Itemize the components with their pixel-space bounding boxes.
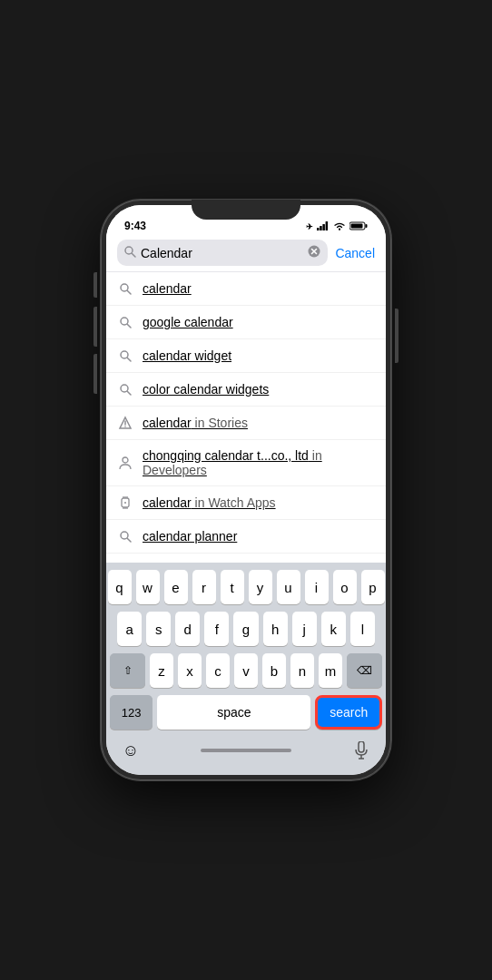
search-icon bbox=[117, 348, 133, 364]
key-n[interactable]: n bbox=[290, 653, 314, 688]
search-mag-icon bbox=[124, 246, 136, 260]
suggestion-text: calendar widget bbox=[143, 348, 231, 363]
key-l[interactable]: l bbox=[350, 612, 375, 646]
volume-down-button[interactable] bbox=[93, 354, 97, 394]
key-o[interactable]: o bbox=[333, 570, 357, 604]
key-q[interactable]: q bbox=[108, 570, 132, 604]
key-f[interactable]: f bbox=[204, 612, 229, 646]
keyboard-row-1: q w e r t y u i o p bbox=[110, 570, 382, 604]
svg-rect-6 bbox=[366, 224, 368, 228]
status-icons: ✈ bbox=[306, 221, 368, 232]
key-t[interactable]: t bbox=[221, 570, 244, 604]
suggestion-text: google calendar bbox=[143, 315, 233, 329]
power-button[interactable] bbox=[395, 309, 399, 363]
list-item[interactable]: color calendar widgets bbox=[106, 373, 386, 407]
svg-rect-0 bbox=[317, 228, 320, 230]
suggestion-text: calendar planner bbox=[143, 529, 237, 544]
key-p[interactable]: p bbox=[361, 570, 385, 604]
svg-line-14 bbox=[127, 290, 131, 294]
key-h[interactable]: h bbox=[263, 612, 288, 646]
key-y[interactable]: y bbox=[249, 570, 272, 604]
microphone-button[interactable] bbox=[344, 733, 379, 768]
key-space[interactable]: space bbox=[157, 695, 310, 730]
key-c[interactable]: c bbox=[206, 653, 230, 688]
keyboard-row-bottom: 123 space search bbox=[110, 695, 382, 730]
svg-line-30 bbox=[127, 538, 131, 542]
key-x[interactable]: x bbox=[178, 653, 202, 688]
screen: 9:43 ✈ bbox=[106, 205, 386, 775]
list-item[interactable]: calendar in Stories bbox=[106, 407, 386, 440]
svg-line-20 bbox=[127, 391, 131, 395]
search-input-wrap[interactable]: Calendar bbox=[117, 240, 328, 266]
search-input[interactable]: Calendar bbox=[141, 246, 303, 260]
svg-point-4 bbox=[339, 229, 340, 230]
search-icon bbox=[117, 528, 133, 544]
key-e[interactable]: e bbox=[164, 570, 188, 604]
search-icon bbox=[117, 280, 133, 297]
home-bar-line bbox=[201, 749, 291, 752]
key-m[interactable]: m bbox=[319, 653, 342, 688]
list-item[interactable]: calendario menstrual. bbox=[106, 554, 386, 563]
keyboard-row-2: a s d f g h j k l bbox=[110, 612, 382, 646]
mute-button[interactable] bbox=[93, 272, 97, 298]
svg-line-16 bbox=[127, 324, 131, 328]
stories-icon bbox=[117, 415, 133, 431]
key-r[interactable]: r bbox=[192, 570, 216, 604]
key-b[interactable]: b bbox=[262, 653, 286, 688]
keyboard-bottom-row: ☺ bbox=[110, 731, 382, 771]
key-d[interactable]: d bbox=[175, 612, 200, 646]
list-item[interactable]: calendar widget bbox=[106, 339, 386, 373]
suggestion-text: calendar in Watch Apps bbox=[143, 495, 276, 510]
key-123[interactable]: 123 bbox=[110, 695, 153, 730]
list-item[interactable]: calendar bbox=[106, 272, 386, 306]
key-k[interactable]: k bbox=[321, 612, 346, 646]
svg-point-24 bbox=[123, 457, 128, 463]
svg-rect-3 bbox=[326, 221, 329, 230]
svg-rect-35 bbox=[359, 741, 364, 752]
notch bbox=[192, 200, 300, 220]
key-j[interactable]: j bbox=[292, 612, 317, 646]
keyboard-row-3: ⇧ z x c v b n m ⌫ bbox=[110, 653, 382, 688]
key-u[interactable]: u bbox=[277, 570, 300, 604]
list-item[interactable]: chongqing calendar t...co., ltd in Devel… bbox=[106, 440, 386, 486]
location-icon: ✈ bbox=[306, 222, 313, 231]
key-g[interactable]: g bbox=[233, 612, 258, 646]
key-i[interactable]: i bbox=[305, 570, 329, 604]
list-item[interactable]: google calendar bbox=[106, 306, 386, 339]
suggestion-text: calendar bbox=[143, 281, 192, 296]
svg-line-18 bbox=[127, 358, 131, 361]
cancel-button[interactable]: Cancel bbox=[335, 246, 375, 260]
emoji-button[interactable]: ☺ bbox=[113, 733, 148, 768]
list-item[interactable]: calendar planner bbox=[106, 520, 386, 554]
keyboard: q w e r t y u i o p a s d f g h j k bbox=[106, 563, 386, 775]
suggestion-text: color calendar widgets bbox=[143, 382, 269, 397]
key-shift[interactable]: ⇧ bbox=[110, 653, 145, 688]
svg-point-23 bbox=[124, 426, 126, 427]
volume-up-button[interactable] bbox=[93, 307, 97, 347]
svg-rect-7 bbox=[351, 224, 363, 229]
key-w[interactable]: w bbox=[136, 570, 160, 604]
suggestion-text: chongqing calendar t...co., ltd in Devel… bbox=[143, 448, 375, 477]
list-item[interactable]: calendar in Watch Apps bbox=[106, 486, 386, 520]
key-v[interactable]: v bbox=[234, 653, 258, 688]
developer-person-icon bbox=[117, 455, 133, 471]
svg-rect-2 bbox=[322, 224, 325, 230]
search-bar-area: Calendar Cancel bbox=[106, 234, 386, 271]
clear-search-button[interactable] bbox=[308, 245, 320, 260]
svg-rect-1 bbox=[320, 226, 322, 230]
battery-icon bbox=[349, 221, 368, 232]
home-bar bbox=[153, 742, 339, 759]
suggestions-list: calendar google calendar calendar widget… bbox=[106, 271, 386, 563]
key-s[interactable]: s bbox=[146, 612, 171, 646]
signal-icon bbox=[317, 221, 330, 232]
key-z[interactable]: z bbox=[150, 653, 173, 688]
search-button[interactable]: search bbox=[315, 695, 382, 730]
search-icon bbox=[117, 314, 133, 330]
key-delete[interactable]: ⌫ bbox=[347, 653, 382, 688]
phone-frame: 9:43 ✈ bbox=[101, 200, 391, 780]
status-time: 9:43 bbox=[124, 220, 146, 232]
svg-line-9 bbox=[132, 253, 135, 257]
key-a[interactable]: a bbox=[117, 612, 142, 646]
suggestion-text: calendar in Stories bbox=[143, 416, 248, 430]
wifi-icon bbox=[333, 221, 346, 232]
